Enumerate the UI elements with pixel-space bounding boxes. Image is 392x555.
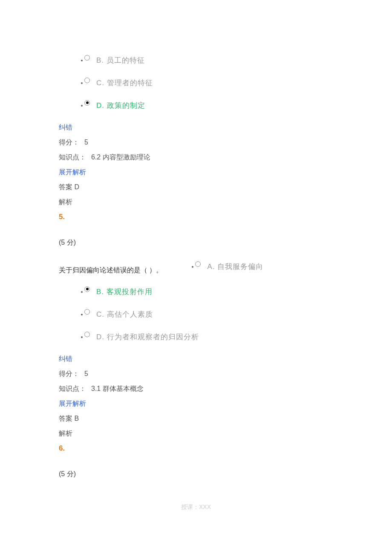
radio-icon xyxy=(195,261,202,268)
radio-icon xyxy=(84,332,91,338)
knowledge-point-line: 知识点：6.2 内容型激励理论 xyxy=(59,153,333,162)
option-label: C. 高估个人素质 xyxy=(96,309,153,319)
q5-option-d[interactable]: D. 行为者和观察者的归因分析 xyxy=(81,332,333,342)
expand-analysis-link[interactable]: 展开解析 xyxy=(59,399,333,408)
q4-option-b[interactable]: B. 员工的特征 xyxy=(81,55,333,65)
q5-options: B. 客观投射作用 C. 高估个人素质 D. 行为者和观察者的归因分析 xyxy=(81,287,333,342)
option-label: B. 客观投射作用 xyxy=(96,287,153,297)
q5-option-a[interactable]: A. 自我服务偏向 xyxy=(192,262,263,272)
knowledge-point-line: 知识点：3.1 群体基本概念 xyxy=(59,384,333,393)
analysis-label: 解析 xyxy=(59,198,333,207)
q5-stem: 关于归因偏向论述错误的是（ ）。 xyxy=(59,266,163,275)
page-footer: 授课：XXX xyxy=(59,503,333,511)
analysis-label: 解析 xyxy=(59,429,333,438)
option-label: B. 员工的特征 xyxy=(96,55,145,65)
q4-option-c[interactable]: C. 管理者的特征 xyxy=(81,78,333,88)
expand-analysis-link[interactable]: 展开解析 xyxy=(59,168,333,177)
option-label: D. 政策的制定 xyxy=(96,101,145,110)
score-line: 得分：5 xyxy=(59,370,333,379)
correction-link[interactable]: 纠错 xyxy=(59,355,333,364)
q5-option-b[interactable]: B. 客观投射作用 xyxy=(81,287,333,297)
radio-icon xyxy=(84,78,91,84)
score-line: 得分：5 xyxy=(59,138,333,147)
document-page: B. 员工的特征 C. 管理者的特征 D. 政策的制定 纠错 得分：5 知识点：… xyxy=(0,0,392,511)
bullet-icon xyxy=(192,266,193,268)
q4-options: B. 员工的特征 C. 管理者的特征 D. 政策的制定 xyxy=(81,55,333,110)
q5-points: (5 分) xyxy=(59,238,333,247)
option-label: A. 自我服务偏向 xyxy=(207,262,263,272)
bullet-icon xyxy=(81,60,83,61)
q5-stem-row: 关于归因偏向论述错误的是（ ）。 A. 自我服务偏向 xyxy=(59,266,333,275)
radio-icon xyxy=(84,309,91,316)
question-number-5: 5. xyxy=(59,213,333,221)
option-label: D. 行为者和观察者的归因分析 xyxy=(96,332,199,342)
option-label: C. 管理者的特征 xyxy=(96,78,153,88)
radio-icon xyxy=(84,55,91,62)
radio-icon xyxy=(84,100,91,107)
bullet-icon xyxy=(81,105,83,107)
q6-points: (5 分) xyxy=(59,470,333,479)
correction-link[interactable]: 纠错 xyxy=(59,123,333,132)
bullet-icon xyxy=(81,314,83,315)
bullet-icon xyxy=(81,291,83,293)
radio-icon xyxy=(84,286,91,293)
bullet-icon xyxy=(81,82,83,84)
answer-line: 答案 D xyxy=(59,183,333,192)
question-number-6: 6. xyxy=(59,444,333,453)
answer-line: 答案 B xyxy=(59,414,333,423)
bullet-icon xyxy=(81,336,83,338)
q5-option-c[interactable]: C. 高估个人素质 xyxy=(81,309,333,319)
q4-option-d[interactable]: D. 政策的制定 xyxy=(81,101,333,110)
